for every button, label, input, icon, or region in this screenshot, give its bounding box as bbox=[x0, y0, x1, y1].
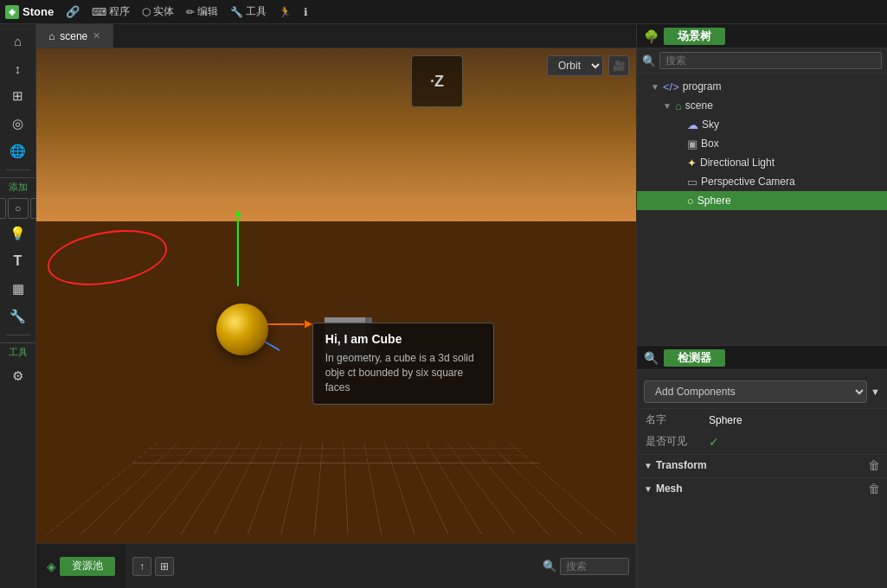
fullscreen-button[interactable]: ⊞ bbox=[3, 83, 33, 109]
mesh-label: Mesh bbox=[656, 483, 865, 495]
tree-item-directional-light[interactable]: ✦ Directional Light bbox=[637, 153, 887, 172]
tree-content: ▼ </> program ▼ ⌂ scene ☁ Sky bbox=[637, 74, 887, 345]
orbit-dropdown[interactable]: Orbit bbox=[547, 55, 603, 76]
menu-info[interactable]: ℹ bbox=[304, 6, 308, 18]
menu-program-icon: ⌨ bbox=[92, 6, 106, 18]
home-button[interactable]: ⌂ bbox=[3, 28, 33, 54]
name-label: 名字 bbox=[646, 412, 702, 427]
menu-run-icon: 🏃 bbox=[279, 6, 292, 18]
tab-bar: ⌂ scene ✕ bbox=[36, 24, 636, 48]
center-area: ⌂ scene ✕ Hi, I am Cube In geometry, a c… bbox=[36, 24, 636, 588]
tab-scene[interactable]: ⌂ scene ✕ bbox=[36, 24, 113, 48]
bottom-actions: ↑ ⊞ bbox=[125, 557, 181, 576]
move-button[interactable]: ↕ bbox=[3, 55, 33, 81]
sphere-object[interactable] bbox=[216, 304, 268, 355]
visible-field: 是否可见 ✓ bbox=[637, 431, 887, 452]
dir-light-label: Directional Light bbox=[700, 157, 775, 169]
menu-program-label: 程序 bbox=[109, 4, 130, 19]
scene-tree: 🌳 场景树 🔍 ▼ </> program ▼ ⌂ scene bbox=[637, 24, 887, 346]
transform-label: Transform bbox=[656, 459, 865, 471]
sky-label: Sky bbox=[702, 118, 719, 131]
viewport-toolbar: Orbit 🎥 bbox=[547, 55, 629, 76]
program-label: program bbox=[683, 80, 722, 93]
orientation-cube[interactable]: ·Z bbox=[411, 55, 463, 107]
tree-item-box[interactable]: ▣ Box bbox=[637, 134, 887, 153]
tree-item-sky[interactable]: ☁ Sky bbox=[637, 115, 887, 134]
grid-button[interactable]: ▦ bbox=[3, 276, 33, 302]
visible-label: 是否可见 bbox=[646, 434, 702, 449]
add-comp-chevron: ▼ bbox=[871, 387, 880, 397]
sphere-label: Sphere bbox=[697, 195, 731, 207]
light-button[interactable]: 💡 bbox=[3, 220, 33, 246]
name-value: Sphere bbox=[709, 414, 742, 426]
bottom-search-input[interactable] bbox=[560, 558, 629, 575]
tree-item-scene[interactable]: ▼ ⌂ scene bbox=[637, 96, 887, 115]
menu-program[interactable]: ⌨ 程序 bbox=[92, 4, 130, 19]
box-icon: ▣ bbox=[687, 137, 697, 150]
toolbar-separator-1 bbox=[6, 169, 30, 170]
add-components-row: Add Components ▼ bbox=[637, 375, 887, 409]
mesh-arrow: ▼ bbox=[644, 484, 652, 494]
global-button[interactable]: 🌐 bbox=[3, 138, 33, 164]
right-panel: 🌳 场景树 🔍 ▼ </> program ▼ ⌂ scene bbox=[636, 24, 887, 588]
focus-button[interactable]: ◎ bbox=[3, 111, 33, 137]
scene-tree-header: 🌳 场景树 bbox=[637, 24, 887, 48]
tree-item-sphere[interactable]: ○ Sphere bbox=[637, 191, 887, 210]
tooltip-body: In geometry, a cube is a 3d solid obje c… bbox=[325, 351, 481, 394]
menu-tools-icon: 🔧 bbox=[230, 6, 243, 18]
tab-close-button[interactable]: ✕ bbox=[93, 30, 100, 42]
wrench-button[interactable]: 🔧 bbox=[3, 304, 33, 329]
app-logo: ◈ Stone bbox=[5, 5, 54, 19]
inspector-body: Add Components ▼ 名字 Sphere 是否可见 ✓ ▼ bbox=[637, 370, 887, 588]
app-title: Stone bbox=[22, 5, 54, 18]
top-menubar: ◈ Stone 🔗 ⌨ 程序 ⬡ 实体 ✏ 编辑 🔧 工具 🏃 ℹ bbox=[0, 0, 887, 24]
bottom-action-new[interactable]: ⊞ bbox=[155, 557, 174, 576]
shape-cube-button[interactable]: ♦ bbox=[0, 198, 6, 219]
name-field: 名字 Sphere bbox=[637, 409, 887, 431]
box-label: Box bbox=[701, 137, 719, 150]
sky-icon: ☁ bbox=[687, 118, 698, 131]
scene-label: scene bbox=[685, 99, 713, 112]
mesh-delete-button[interactable]: 🗑 bbox=[868, 482, 880, 495]
menu-entity-icon: ⬡ bbox=[142, 6, 151, 18]
y-axis-arrow bbox=[237, 217, 239, 286]
menu-edit[interactable]: ✏ 编辑 bbox=[186, 4, 218, 19]
inspector-icon: 🔍 bbox=[644, 351, 659, 365]
transform-section[interactable]: ▼ Transform 🗑 bbox=[637, 454, 887, 476]
text-button[interactable]: T bbox=[3, 248, 33, 274]
bottom-action-import[interactable]: ↑ bbox=[132, 557, 151, 576]
camera-button[interactable]: 🎥 bbox=[608, 55, 629, 76]
asset-tab-icon: ◈ bbox=[47, 559, 56, 573]
menu-edit-icon: ✏ bbox=[186, 6, 195, 18]
menu-tools[interactable]: 🔧 工具 bbox=[230, 4, 267, 19]
tree-item-perspective-camera[interactable]: ▭ Perspective Camera bbox=[637, 172, 887, 191]
menu-info-icon: ℹ bbox=[304, 6, 308, 18]
tools-label: 工具 bbox=[0, 342, 35, 361]
mesh-section[interactable]: ▼ Mesh 🗑 bbox=[637, 477, 887, 499]
bottom-search-icon: 🔍 bbox=[543, 559, 556, 572]
left-toolbar: ⌂ ↕ ⊞ ◎ 🌐 添加 ♦ ○ ▭ 💡 T ▦ 🔧 工具 ⚙ bbox=[0, 24, 36, 588]
scene-icon: ⌂ bbox=[675, 99, 682, 112]
menu-run[interactable]: 🏃 bbox=[279, 6, 292, 18]
visible-check[interactable]: ✓ bbox=[709, 435, 719, 449]
asset-pool-label[interactable]: 资源池 bbox=[60, 557, 115, 576]
menu-entity-label: 实体 bbox=[153, 4, 174, 19]
tab-scene-icon: ⌂ bbox=[48, 30, 55, 42]
tree-item-program[interactable]: ▼ </> program bbox=[637, 77, 887, 96]
program-arrow: ▼ bbox=[651, 82, 659, 92]
main-layout: ⌂ ↕ ⊞ ◎ 🌐 添加 ♦ ○ ▭ 💡 T ▦ 🔧 工具 ⚙ ⌂ scene … bbox=[0, 24, 887, 588]
settings-button[interactable]: ⚙ bbox=[3, 363, 33, 389]
tab-scene-label: scene bbox=[60, 30, 87, 42]
grid-overlay bbox=[47, 442, 627, 534]
transform-delete-button[interactable]: 🗑 bbox=[868, 458, 880, 472]
camera-icon: ▭ bbox=[687, 176, 697, 189]
viewport[interactable]: Hi, I am Cube In geometry, a cube is a 3… bbox=[36, 48, 636, 543]
add-components-select[interactable]: Add Components bbox=[644, 380, 867, 403]
scene-search-input[interactable] bbox=[659, 52, 882, 69]
inspector-title: 检测器 bbox=[664, 349, 725, 367]
menu-edit-label: 编辑 bbox=[197, 4, 218, 19]
transform-arrow: ▼ bbox=[644, 461, 652, 470]
toolbar-separator-2 bbox=[6, 335, 30, 336]
shape-sphere-button[interactable]: ○ bbox=[8, 198, 29, 219]
menu-entity[interactable]: ⬡ 实体 bbox=[142, 4, 174, 19]
